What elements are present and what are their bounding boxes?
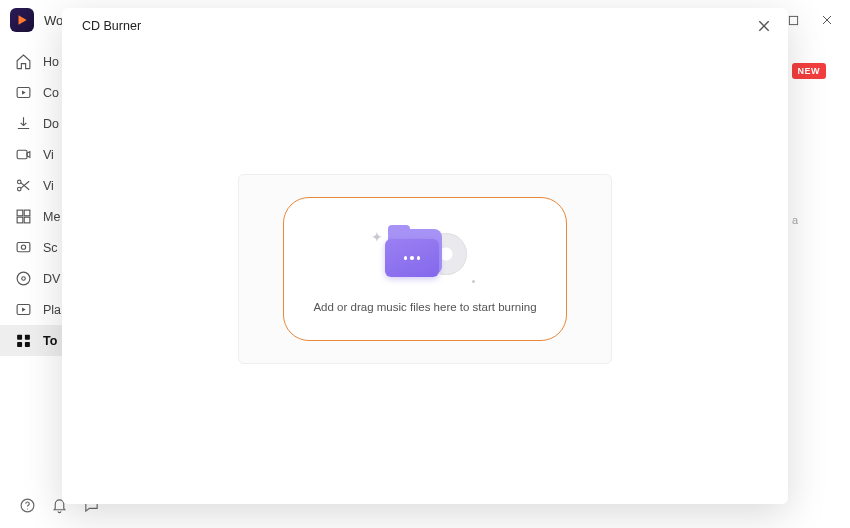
svg-point-12	[21, 277, 25, 281]
dropzone-outer: ✦ Add or drag music files here to start …	[238, 174, 612, 364]
cd-burner-modal: CD Burner ✦	[62, 8, 788, 504]
help-button[interactable]	[18, 496, 36, 514]
sidebar-item-label: Vi	[43, 179, 54, 193]
help-icon	[19, 497, 36, 514]
converter-icon	[14, 84, 32, 102]
sidebar-item-label: Ho	[43, 55, 59, 69]
modal-title: CD Burner	[82, 19, 141, 33]
svg-rect-0	[789, 16, 797, 24]
svg-rect-2	[17, 150, 27, 159]
svg-point-10	[21, 245, 25, 249]
window-close-button[interactable]	[810, 5, 844, 35]
svg-rect-9	[17, 243, 30, 252]
sidebar-item-label: Pla	[43, 303, 61, 317]
sidebar-item-label: Co	[43, 86, 59, 100]
sidebar-item-label: Sc	[43, 241, 58, 255]
app-title: Wo	[44, 13, 63, 28]
ellipsis-icon	[404, 256, 421, 260]
sparkle-icon: ✦	[371, 229, 383, 245]
svg-rect-8	[24, 217, 30, 223]
sidebar-item-label: Do	[43, 117, 59, 131]
play-icon	[15, 13, 29, 27]
scissors-icon	[14, 177, 32, 195]
svg-rect-17	[24, 342, 29, 347]
svg-rect-15	[24, 335, 29, 340]
dropzone[interactable]: ✦ Add or drag music files here to start …	[283, 197, 567, 341]
video-icon	[14, 146, 32, 164]
svg-point-19	[26, 508, 27, 509]
home-icon	[14, 53, 32, 71]
maximize-icon	[788, 15, 799, 26]
modal-header: CD Burner	[62, 8, 788, 44]
toolbox-icon	[14, 332, 32, 350]
modal-body: ✦ Add or drag music files here to start …	[62, 44, 788, 504]
svg-rect-7	[17, 217, 23, 223]
dropzone-text: Add or drag music files here to start bu…	[313, 301, 536, 313]
sidebar-item-label: To	[43, 334, 57, 348]
dropzone-illustration: ✦	[371, 225, 479, 283]
close-icon	[821, 14, 833, 26]
sidebar-item-label: DV	[43, 272, 60, 286]
svg-rect-6	[24, 210, 30, 216]
app-logo	[10, 8, 34, 32]
background-faded-text: a	[792, 214, 798, 226]
sidebar-item-label: Me	[43, 210, 60, 224]
svg-point-11	[17, 272, 30, 285]
app-window: Wo Ho Co	[0, 0, 850, 528]
screen-recorder-icon	[14, 239, 32, 257]
merger-icon	[14, 208, 32, 226]
player-icon	[14, 301, 32, 319]
svg-rect-16	[17, 342, 22, 347]
svg-rect-5	[17, 210, 23, 216]
new-badge: NEW	[792, 63, 827, 79]
modal-close-button[interactable]	[750, 12, 778, 40]
disc-icon	[14, 270, 32, 288]
close-icon	[757, 19, 771, 33]
folder-front-icon	[385, 239, 439, 277]
sidebar-item-label: Vi	[43, 148, 54, 162]
svg-rect-14	[17, 335, 22, 340]
download-icon	[14, 115, 32, 133]
spark-dot-icon	[472, 280, 475, 283]
